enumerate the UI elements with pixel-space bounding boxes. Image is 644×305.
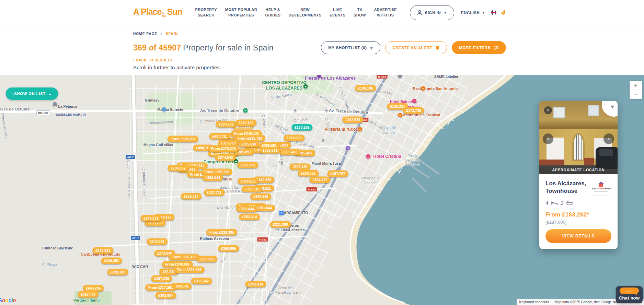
- language-select[interactable]: ENGLISH ▼: [461, 11, 485, 15]
- zoom-in-button[interactable]: +: [630, 81, 642, 90]
- person-icon: [417, 10, 422, 15]
- photo-prev-button[interactable]: ‹: [543, 133, 553, 144]
- map-price-marker[interactable]: £249,091: [140, 215, 161, 222]
- map-price-marker[interactable]: £251,044: [254, 205, 275, 211]
- show-on-list-button[interactable]: ‹ SHOW ON LIST ≡: [6, 87, 58, 100]
- chat-widget[interactable]: ••• Chat now: [616, 286, 643, 303]
- nav-item-tv[interactable]: TV SHOW: [354, 7, 366, 18]
- map-price-marker[interactable]: From £628,601: [168, 136, 198, 142]
- photo-arched-door: [572, 133, 585, 161]
- nav-item-help-[interactable]: HELP & GUIDES: [265, 7, 281, 18]
- map-price-marker[interactable]: £102,584: [342, 117, 363, 123]
- close-card-button[interactable]: ×: [544, 106, 552, 114]
- sign-in-label: SIGN IN: [425, 11, 441, 15]
- map-price-marker[interactable]: From £226,395: [206, 229, 237, 236]
- map-price-marker[interactable]: £240,091: [147, 238, 168, 245]
- heart-icon: ♥: [370, 45, 373, 51]
- google-logo-letter: g: [9, 297, 12, 303]
- map-price-marker[interactable]: £374,542: [215, 154, 236, 161]
- road-badge: AP-7: [131, 236, 140, 240]
- back-to-results-link[interactable]: ‹ BACK TO RESULTS: [133, 58, 506, 62]
- map-price-marker[interactable]: £303,667: [155, 292, 176, 299]
- sign-in-button[interactable]: SIGN IN ▼: [410, 5, 454, 20]
- map-price-marker[interactable]: £304,037: [309, 177, 330, 183]
- map-price-marker[interactable]: £367,407: [78, 291, 99, 298]
- bus-stop-icon: [325, 109, 328, 112]
- map-price-marker[interactable]: £350,965: [218, 245, 239, 252]
- google-logo-letter: o: [2, 297, 5, 303]
- breadcrumb-home[interactable]: HOME PAGE: [133, 32, 157, 36]
- map-price-marker[interactable]: £334,730: [216, 121, 237, 128]
- create-alert-button[interactable]: CREATE AN ALERT: [385, 41, 447, 54]
- map-price-marker[interactable]: £505,483: [289, 164, 310, 170]
- map-price-marker[interactable]: £173,738: [403, 107, 424, 114]
- map-price-marker[interactable]: £305,483: [279, 149, 300, 155]
- map-price-marker[interactable]: £268,051: [298, 170, 319, 177]
- more-filters-button[interactable]: MORE FILTERS: [452, 41, 506, 54]
- map-price-marker[interactable]: £349,136: [250, 193, 271, 200]
- map-price-marker[interactable]: £654,795: [83, 285, 104, 292]
- logo-text-mid: inthe: [162, 12, 166, 17]
- list-icon: ≡: [49, 92, 51, 96]
- map-price-marker[interactable]: £231,360: [270, 221, 291, 228]
- bus-stop-icon: [294, 109, 297, 112]
- map-price-marker[interactable]: £427,711: [209, 133, 230, 140]
- page: A Place inthe Sun PROPERTY SEARCHMOST PO…: [0, 0, 644, 305]
- map-price-marker[interactable]: £252,314: [239, 214, 260, 220]
- zoom-out-button[interactable]: −: [630, 90, 642, 99]
- property-price-eur: [€187,000]: [545, 220, 611, 225]
- map-price-marker[interactable]: £268,902: [196, 256, 217, 262]
- map-price-marker[interactable]: £349,136: [238, 178, 258, 185]
- map-price-marker[interactable]: £217,391: [237, 162, 258, 168]
- map-price-marker[interactable]: £358,044: [202, 175, 223, 181]
- photo-window: [588, 105, 599, 116]
- nav-item-most-popular[interactable]: MOST POPULAR PROPERTIES: [225, 7, 257, 18]
- map-price-marker[interactable]: From £217,391: [145, 284, 176, 291]
- map-price-marker[interactable]: £427,711: [204, 189, 225, 196]
- property-card-body: Los Alcázares, Townhouse Your Dream Home…: [539, 174, 618, 249]
- page-title: 369 of 45907Property for sale in Spain: [133, 43, 274, 52]
- photo-next-button[interactable]: ›: [603, 133, 614, 144]
- nav-item-new[interactable]: NEW DEVELOPMENTS: [289, 7, 322, 18]
- google-logo-letter: e: [13, 297, 16, 303]
- restaurant-icon: Ψ: [398, 113, 403, 118]
- uk-flag-icon: [491, 10, 496, 15]
- main-nav: PROPERTY SEARCHMOST POPULAR PROPERTIESHE…: [191, 7, 401, 18]
- map-price-marker[interactable]: £287,236: [151, 275, 172, 282]
- nav-item-live[interactable]: LIVE EVENTS: [330, 7, 345, 18]
- map-price-marker[interactable]: £328,182: [107, 269, 128, 275]
- map-price-marker[interactable]: £248,821: [92, 247, 113, 254]
- map-price-marker[interactable]: £385,891: [260, 147, 280, 154]
- favorite-heart-icon[interactable]: ♥: [611, 104, 614, 110]
- map-price-marker[interactable]: £318,579: [284, 135, 304, 141]
- map-price-marker[interactable]: £315,610: [238, 141, 259, 148]
- logo-text-1: A Place: [133, 7, 161, 17]
- map-price-marker[interactable]: £251,044: [236, 206, 257, 212]
- my-shortlist-button[interactable]: MY SHORTLIST (0) ♥: [321, 41, 380, 54]
- map-price-marker[interactable]: £311,682: [191, 278, 212, 284]
- map-price-marker[interactable]: From £279,378: [208, 145, 239, 152]
- map-price-marker[interactable]: £252,314: [245, 281, 266, 288]
- map-price-marker[interactable]: From £226,122: [169, 254, 199, 260]
- map-price-marker[interactable]: £368,511: [242, 186, 263, 192]
- property-title: Los Alcázares, Townhouse: [545, 180, 586, 195]
- language-label: ENGLISH: [461, 11, 480, 15]
- map-price-marker[interactable]: £136,196: [355, 85, 376, 92]
- map-price-marker[interactable]: £349,136: [235, 120, 256, 126]
- property-photo[interactable]: ♥ × ‹ › APPROXIMATE LOCATION: [539, 101, 618, 174]
- map-price-marker[interactable]: £252,314: [181, 193, 202, 200]
- site-logo[interactable]: A Place inthe Sun: [133, 7, 182, 18]
- bell-icon: [435, 45, 440, 50]
- map-price-marker[interactable]: £234,852: [168, 165, 188, 172]
- agent-logo: Your Dream Home: [591, 180, 611, 196]
- map-price-marker[interactable]: From £226,395: [174, 267, 205, 273]
- nav-item-property[interactable]: PROPERTY SEARCH: [195, 7, 217, 18]
- map-price-marker-selected[interactable]: £163,262: [291, 124, 312, 131]
- nav-item-advertise[interactable]: ADVERTISE WITH US: [374, 7, 397, 18]
- agent-tagline: [594, 191, 608, 192]
- map-attribution-link[interactable]: Keyboard shortcuts: [517, 300, 552, 304]
- map-price-marker[interactable]: £187,787: [327, 171, 348, 177]
- map-price-marker[interactable]: £249,452: [101, 258, 122, 264]
- view-details-button[interactable]: VIEW DETAILS: [545, 229, 611, 243]
- marina-icon: ⚓: [162, 107, 167, 112]
